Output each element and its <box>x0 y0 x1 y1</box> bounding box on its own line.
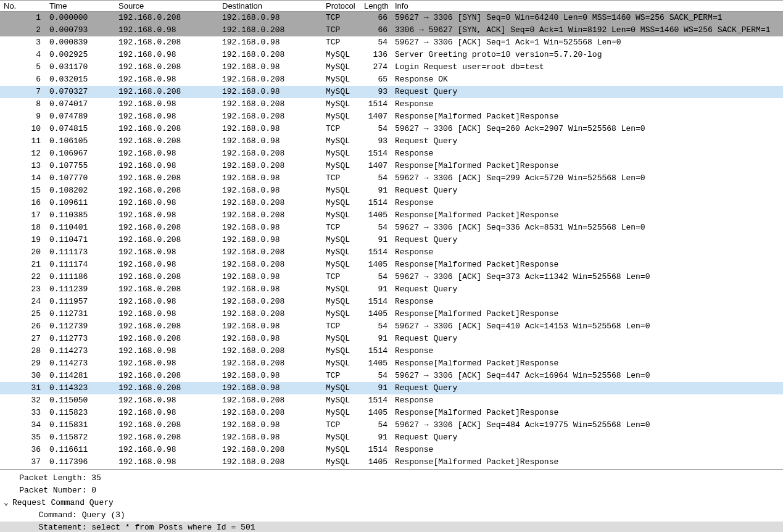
packet-row[interactable]: 330.115823192.168.0.98192.168.0.208MySQL… <box>0 407 783 419</box>
cell-length: 1405 <box>360 357 391 370</box>
packet-row[interactable]: 320.115050192.168.0.98192.168.0.208MySQL… <box>0 394 783 407</box>
packet-row[interactable]: 170.110385192.168.0.98192.168.0.208MySQL… <box>0 209 783 222</box>
cell-source: 192.168.0.98 <box>115 259 218 271</box>
cell-dest: 192.168.0.98 <box>218 320 322 333</box>
col-source[interactable]: Source <box>115 1 218 11</box>
cell-source: 192.168.0.208 <box>115 382 218 394</box>
packet-row[interactable]: 250.112731192.168.0.98192.168.0.208MySQL… <box>0 308 783 320</box>
col-length[interactable]: Length <box>360 1 391 11</box>
cell-source: 192.168.0.208 <box>115 36 218 49</box>
packet-row[interactable]: 50.031170192.168.0.208192.168.0.98MySQL2… <box>0 61 783 73</box>
cell-source: 192.168.0.98 <box>115 357 218 370</box>
cell-info: Response[Malformed Packet]Response <box>391 407 783 419</box>
cell-time: 0.111239 <box>46 283 115 296</box>
cell-source: 192.168.0.98 <box>115 197 218 209</box>
packet-list[interactable]: 10.000000192.168.0.208192.168.0.98TCP665… <box>0 12 783 469</box>
packet-row[interactable]: 350.115872192.168.0.208192.168.0.98MySQL… <box>0 431 783 444</box>
packet-row[interactable]: 160.109611192.168.0.98192.168.0.208MySQL… <box>0 197 783 209</box>
cell-dest: 192.168.0.208 <box>218 110 322 123</box>
cell-proto: TCP <box>322 419 360 431</box>
cell-length: 91 <box>360 185 391 197</box>
cell-no: 27 <box>0 333 46 345</box>
cell-source: 192.168.0.98 <box>115 209 218 222</box>
cell-proto: TCP <box>322 271 360 283</box>
packet-row[interactable]: 200.111173192.168.0.98192.168.0.208MySQL… <box>0 246 783 259</box>
cell-dest: 192.168.0.98 <box>218 382 322 394</box>
packet-row[interactable]: 180.110401192.168.0.208192.168.0.98TCP54… <box>0 222 783 234</box>
cell-source: 192.168.0.208 <box>115 370 218 382</box>
cell-length: 1405 <box>360 259 391 271</box>
cell-no: 29 <box>0 357 46 370</box>
packet-row[interactable]: 370.117396192.168.0.98192.168.0.208MySQL… <box>0 456 783 468</box>
cell-length: 1405 <box>360 209 391 222</box>
cell-proto: MySQL <box>322 61 360 73</box>
cell-source: 192.168.0.208 <box>115 333 218 345</box>
packet-row[interactable]: 300.114281192.168.0.208192.168.0.98TCP54… <box>0 370 783 382</box>
packet-row[interactable]: 240.111957192.168.0.98192.168.0.208MySQL… <box>0 296 783 308</box>
cell-info: Request Query <box>391 431 783 444</box>
expand-toggle-icon[interactable]: ⌄ <box>0 497 12 509</box>
cell-dest: 192.168.0.208 <box>218 345 322 357</box>
packet-row[interactable]: 360.116611192.168.0.98192.168.0.208MySQL… <box>0 444 783 456</box>
cell-time: 0.115823 <box>46 407 115 419</box>
packet-row[interactable]: 40.002925192.168.0.98192.168.0.208MySQL1… <box>0 49 783 61</box>
col-dest[interactable]: Destination <box>218 1 322 11</box>
cell-dest: 192.168.0.98 <box>218 172 322 185</box>
cell-proto: MySQL <box>322 209 360 222</box>
packet-row[interactable]: 60.032015192.168.0.98192.168.0.208MySQL6… <box>0 73 783 86</box>
cell-no: 21 <box>0 259 46 271</box>
col-no[interactable]: No. <box>0 1 46 11</box>
cell-length: 54 <box>360 370 391 382</box>
cell-length: 54 <box>360 123 391 135</box>
cell-info: Response[Malformed Packet]Response <box>391 308 783 320</box>
detail-request-command-query[interactable]: ⌄Request Command Query <box>0 497 783 509</box>
packet-row[interactable]: 280.114273192.168.0.98192.168.0.208MySQL… <box>0 345 783 357</box>
cell-dest: 192.168.0.208 <box>218 160 322 172</box>
packet-row[interactable]: 120.106967192.168.0.98192.168.0.208MySQL… <box>0 148 783 160</box>
cell-source: 192.168.0.98 <box>115 160 218 172</box>
packet-row[interactable]: 130.107755192.168.0.98192.168.0.208MySQL… <box>0 160 783 172</box>
packet-row[interactable]: 230.111239192.168.0.208192.168.0.98MySQL… <box>0 283 783 296</box>
packet-row[interactable]: 10.000000192.168.0.208192.168.0.98TCP665… <box>0 12 783 24</box>
packet-row[interactable]: 260.112739192.168.0.208192.168.0.98TCP54… <box>0 320 783 333</box>
detail-statement[interactable]: Statement: select * from Posts where Id … <box>0 522 783 532</box>
cell-source: 192.168.0.98 <box>115 394 218 407</box>
packet-row[interactable]: 110.106105192.168.0.208192.168.0.98MySQL… <box>0 135 783 148</box>
packet-row[interactable]: 290.114273192.168.0.98192.168.0.208MySQL… <box>0 357 783 370</box>
packet-row[interactable]: 210.111174192.168.0.98192.168.0.208MySQL… <box>0 259 783 271</box>
cell-info: Response[Malformed Packet]Response <box>391 160 783 172</box>
cell-length: 65 <box>360 73 391 86</box>
cell-proto: MySQL <box>322 456 360 468</box>
cell-info: 59627 → 3306 [ACK] Seq=336 Ack=8531 Win=… <box>391 222 783 234</box>
packet-row[interactable]: 20.000793192.168.0.98192.168.0.208TCP663… <box>0 24 783 36</box>
packet-row[interactable]: 310.114323192.168.0.208192.168.0.98MySQL… <box>0 382 783 394</box>
packet-row[interactable]: 30.000839192.168.0.208192.168.0.98TCP545… <box>0 36 783 49</box>
packet-row[interactable]: 140.107770192.168.0.208192.168.0.98TCP54… <box>0 172 783 185</box>
packet-row[interactable]: 270.112773192.168.0.208192.168.0.98MySQL… <box>0 333 783 345</box>
col-time[interactable]: Time <box>46 1 115 11</box>
packet-row[interactable]: 80.074017192.168.0.98192.168.0.208MySQL1… <box>0 98 783 110</box>
cell-proto: MySQL <box>322 444 360 456</box>
cell-dest: 192.168.0.98 <box>218 12 322 24</box>
cell-no: 23 <box>0 283 46 296</box>
cell-source: 192.168.0.98 <box>115 308 218 320</box>
cell-no: 13 <box>0 160 46 172</box>
col-proto[interactable]: Protocol <box>322 1 360 11</box>
column-headers[interactable]: No. Time Source Destination Protocol Len… <box>0 1 783 12</box>
packet-details[interactable]: Packet Length: 35 Packet Number: 0 ⌄Requ… <box>0 469 783 532</box>
col-info[interactable]: Info <box>391 1 783 11</box>
cell-no: 30 <box>0 370 46 382</box>
packet-row[interactable]: 220.111186192.168.0.208192.168.0.98TCP54… <box>0 271 783 283</box>
packet-row[interactable]: 90.074789192.168.0.98192.168.0.208MySQL1… <box>0 110 783 123</box>
cell-dest: 192.168.0.208 <box>218 246 322 259</box>
cell-info: Request Query <box>391 283 783 296</box>
packet-row[interactable]: 340.115831192.168.0.208192.168.0.98TCP54… <box>0 419 783 431</box>
packet-row[interactable]: 150.108202192.168.0.208192.168.0.98MySQL… <box>0 185 783 197</box>
cell-proto: TCP <box>322 12 360 24</box>
cell-proto: MySQL <box>322 259 360 271</box>
cell-dest: 192.168.0.98 <box>218 370 322 382</box>
packet-row[interactable]: 190.110471192.168.0.208192.168.0.98MySQL… <box>0 234 783 246</box>
packet-row[interactable]: 70.070327192.168.0.208192.168.0.98MySQL9… <box>0 86 783 98</box>
packet-row[interactable]: 100.074815192.168.0.208192.168.0.98TCP54… <box>0 123 783 135</box>
cell-no: 20 <box>0 246 46 259</box>
